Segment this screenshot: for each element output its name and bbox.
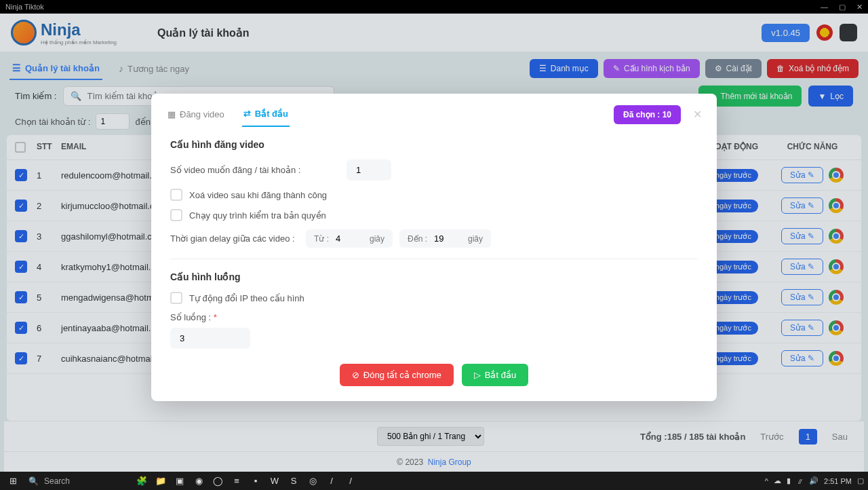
start-button[interactable]: ▷Bắt đầu: [462, 364, 528, 386]
terminal-icon[interactable]: ▪: [247, 474, 264, 489]
section-video-title: Cấu hình đăng video: [170, 139, 698, 150]
taskbar-app-icon[interactable]: 🧩: [133, 474, 151, 489]
play-icon: ▷: [474, 370, 481, 380]
search-icon: 🔍: [28, 476, 39, 486]
video-icon: ▦: [167, 109, 176, 119]
ninja-app-icon[interactable]: /: [342, 474, 359, 489]
threads-input[interactable]: [170, 328, 250, 349]
close-all-chrome-button[interactable]: ⊘Đóng tất cả chrome: [340, 364, 454, 386]
delete-after-checkbox[interactable]: [170, 189, 182, 201]
check-copyright-label: Chạy quy trình kiểm tra bản quyền: [189, 210, 326, 221]
threads-label: Số luồng :: [170, 312, 211, 322]
ninja-app-icon[interactable]: /: [323, 474, 340, 489]
window-title: Ninja Tiktok: [5, 3, 44, 11]
file-explorer-icon[interactable]: 📁: [152, 474, 170, 489]
delete-after-label: Xoá video sau khi đăng thành công: [189, 190, 327, 200]
taskbar-app-icon[interactable]: ◉: [190, 474, 208, 489]
chrome-icon[interactable]: ◯: [209, 474, 226, 489]
skype-icon[interactable]: S: [285, 474, 302, 489]
delay-from-input[interactable]: [336, 233, 363, 244]
close-circle-icon: ⊘: [352, 370, 359, 380]
taskbar-app-icon[interactable]: ▣: [171, 474, 189, 489]
modal-close-button[interactable]: ✕: [693, 108, 702, 121]
maximize-icon[interactable]: ▢: [839, 3, 846, 12]
windows-taskbar: ⊞ 🔍Search 🧩 📁 ▣ ◉ ◯ ≡ ▪ W S ◎ / / ^ ☁ ▮ …: [0, 472, 868, 490]
modal-overlay: ▦Đăng video ⇄Bắt đầu Đã chọn : 10 ✕ Cấu …: [0, 14, 868, 472]
start-modal: ▦Đăng video ⇄Bắt đầu Đã chọn : 10 ✕ Cấu …: [151, 94, 717, 401]
chevron-up-icon[interactable]: ^: [765, 477, 768, 485]
minimize-icon[interactable]: —: [821, 3, 828, 12]
notification-icon[interactable]: ▢: [857, 476, 864, 485]
start-menu-icon[interactable]: ⊞: [4, 474, 22, 489]
auto-ip-label: Tự động đổi IP theo cấu hình: [189, 293, 304, 303]
delay-label: Thời gian delay giữa các video :: [170, 233, 306, 244]
taskbar-search[interactable]: 🔍Search: [23, 476, 132, 486]
word-icon[interactable]: W: [266, 474, 283, 489]
close-icon[interactable]: ✕: [856, 3, 863, 12]
selected-count-badge: Đã chọn : 10: [614, 105, 681, 124]
window-title-bar: Ninja Tiktok — ▢ ✕: [0, 0, 868, 14]
modal-tab-start[interactable]: ⇄Bắt đầu: [242, 102, 290, 127]
cloud-icon[interactable]: ☁: [774, 476, 781, 485]
volume-icon[interactable]: 🔊: [809, 476, 818, 485]
taskbar-app-icon[interactable]: ◎: [304, 474, 321, 489]
auto-ip-checkbox[interactable]: [170, 292, 182, 304]
taskbar-time[interactable]: 2:51 PM: [824, 477, 852, 485]
vscode-icon[interactable]: ≡: [228, 474, 245, 489]
modal-tab-upload[interactable]: ▦Đăng video: [166, 102, 226, 127]
delay-to-input[interactable]: [434, 233, 461, 244]
check-copyright-checkbox[interactable]: [170, 209, 182, 221]
videos-per-account-input[interactable]: [347, 159, 391, 181]
videos-per-account-label: Số video muốn đăng / tài khoản :: [170, 165, 347, 175]
battery-icon[interactable]: ▮: [787, 476, 791, 485]
section-thread-title: Cấu hình luồng: [170, 271, 698, 282]
sliders-icon: ⇄: [243, 109, 251, 119]
network-icon[interactable]: ⫽: [796, 477, 804, 485]
